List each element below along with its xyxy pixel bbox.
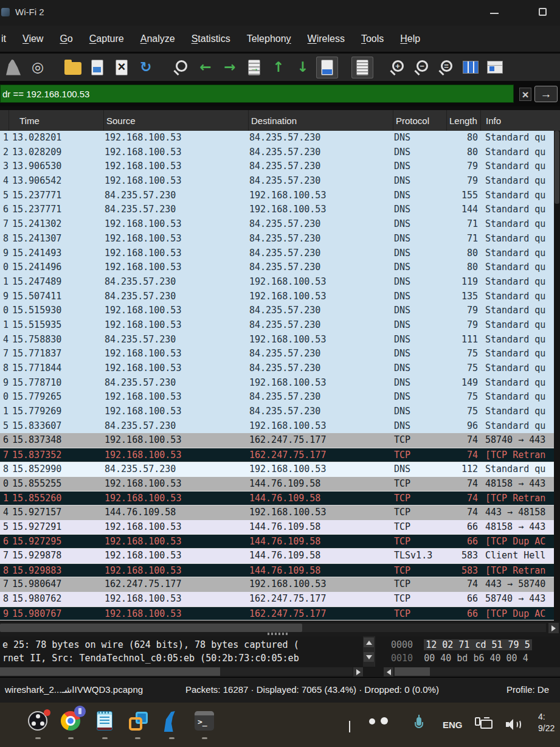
table-row[interactable]: 615.837348192.168.100.53162.247.75.177TC…: [0, 433, 560, 448]
zoom-in-icon[interactable]: +: [387, 57, 409, 78]
orange-app-icon[interactable]: [0, 711, 11, 732]
table-row[interactable]: 015.779265192.168.100.5384.235.57.230DNS…: [0, 390, 560, 405]
table-row[interactable]: 615.927295192.168.100.53144.76.109.58TCP…: [0, 534, 560, 549]
menu-item-wireless[interactable]: Wireless: [308, 33, 345, 44]
save-capture-icon[interactable]: [86, 57, 108, 78]
details-scroll-right-button[interactable]: [353, 667, 363, 676]
menu-item-telephony[interactable]: Telephony: [247, 33, 291, 44]
hex-row[interactable]: 001000 40 bd b6 40 00 4: [375, 651, 560, 665]
hex-row[interactable]: 000012 02 71 cd 51 79 5: [375, 638, 560, 651]
start-capture-icon[interactable]: [2, 57, 24, 78]
profile-label[interactable]: Profile: De: [506, 684, 560, 695]
go-first-packet-icon[interactable]: ↑: [268, 57, 289, 78]
reset-layout-icon[interactable]: [484, 57, 506, 78]
notepad-icon[interactable]: [95, 711, 116, 732]
scroll-right-button[interactable]: [548, 623, 559, 633]
go-last-packet-icon[interactable]: ↓: [292, 57, 314, 78]
go-forward-icon[interactable]: →: [219, 57, 241, 78]
table-row[interactable]: 515.23777184.235.57.230192.168.100.53DNS…: [0, 189, 560, 203]
table-row[interactable]: 413.906542192.168.100.5384.235.57.230DNS…: [0, 174, 560, 189]
column-header-protocol[interactable]: Protocol: [393, 110, 446, 131]
table-row[interactable]: 113.028201192.168.100.5384.235.57.230DNS…: [0, 131, 560, 145]
table-row[interactable]: 115.855260192.168.100.53144.76.109.58TCP…: [0, 491, 560, 506]
menu-item-statistics[interactable]: Statistics: [192, 33, 230, 44]
zoom-out-icon[interactable]: −: [411, 57, 433, 78]
find-packet-icon[interactable]: [170, 57, 192, 78]
reload-capture-icon[interactable]: ↻: [135, 57, 157, 78]
column-header-time[interactable]: Time: [9, 110, 103, 131]
menu-item-view[interactable]: View: [22, 33, 43, 44]
scroll-up-button[interactable]: [364, 638, 374, 647]
minimize-button[interactable]: [490, 13, 499, 14]
table-row[interactable]: 015.515930192.168.100.5384.235.57.230DNS…: [0, 304, 560, 318]
table-row[interactable]: 915.980767192.168.100.53162.247.75.177TC…: [0, 606, 560, 621]
table-row[interactable]: 715.929878192.168.100.53144.76.109.58TLS…: [0, 549, 560, 563]
packet-bytes-pane[interactable]: 000012 02 71 cd 51 79 5001000 40 bd b6 4…: [375, 636, 560, 667]
table-row[interactable]: 915.50741184.235.57.230192.168.100.53DNS…: [0, 290, 560, 304]
language-indicator[interactable]: ENG: [443, 720, 463, 730]
auto-scroll-icon[interactable]: [316, 57, 338, 78]
vmware-icon[interactable]: [128, 711, 148, 732]
table-row[interactable]: 313.906530192.168.100.5384.235.57.230DNS…: [0, 159, 560, 174]
table-row[interactable]: 115.779269192.168.100.5384.235.57.230DNS…: [0, 405, 560, 419]
scrollbar-thumb[interactable]: [555, 131, 559, 204]
scroll-down-button[interactable]: [364, 652, 374, 662]
clock-date[interactable]: 4: 9/22: [538, 711, 560, 734]
table-row[interactable]: 615.23777184.235.57.230192.168.100.53DNS…: [0, 203, 560, 217]
close-capture-icon[interactable]: [111, 57, 133, 78]
wireshark-taskbar-icon[interactable]: [162, 711, 182, 732]
resize-columns-icon[interactable]: [460, 57, 482, 78]
table-row[interactable]: 015.241496192.168.100.5384.235.57.230DNS…: [0, 260, 560, 275]
tray-chevron-up-icon[interactable]: [349, 722, 350, 733]
go-to-packet-icon[interactable]: [243, 57, 265, 78]
bytes-scroll-left-button[interactable]: [384, 667, 393, 676]
table-row[interactable]: 213.028209192.168.100.5384.235.57.230DNS…: [0, 145, 560, 160]
obs-icon[interactable]: [28, 711, 49, 732]
open-capture-icon[interactable]: [62, 57, 84, 78]
filter-clear-icon[interactable]: ×: [519, 88, 531, 101]
menu-item-help[interactable]: Help: [400, 33, 420, 44]
menu-item-capture[interactable]: Capture: [89, 33, 124, 44]
packet-list-horizontal-scrollbar[interactable]: [0, 622, 560, 636]
column-header-source[interactable]: Source: [103, 110, 248, 131]
packet-list-vertical-scrollbar[interactable]: [554, 131, 560, 622]
table-row[interactable]: 115.24748984.235.57.230192.168.100.53DNS…: [0, 275, 560, 290]
table-row[interactable]: 715.241302192.168.100.5384.235.57.230DNS…: [0, 217, 560, 232]
packet-details-pane[interactable]: e 25: 78 bytes on wire (624 bits), 78 by…: [0, 636, 363, 667]
menu-item-tools[interactable]: Tools: [361, 33, 384, 44]
table-row[interactable]: 815.929883192.168.100.53144.76.109.58TCP…: [0, 563, 560, 578]
table-row[interactable]: 415.75883084.235.57.230192.168.100.53DNS…: [0, 333, 560, 347]
menu-item-it[interactable]: it: [1, 33, 6, 44]
menu-item-analyze[interactable]: Analyze: [140, 33, 175, 44]
table-row[interactable]: 715.980647162.247.75.177192.168.100.53TC…: [0, 577, 560, 592]
column-header-destination[interactable]: Destination: [248, 110, 393, 131]
table-row[interactable]: 815.980762192.168.100.53162.247.75.177TC…: [0, 592, 560, 606]
zoom-100-icon[interactable]: =: [435, 57, 457, 78]
details-hscroll-thumb[interactable]: [0, 667, 220, 676]
table-row[interactable]: 815.85299084.235.57.230192.168.100.53DNS…: [0, 462, 560, 477]
table-row[interactable]: 515.927291192.168.100.53144.76.109.58TCP…: [0, 520, 560, 535]
column-header-length[interactable]: Length: [446, 110, 480, 131]
column-header-info[interactable]: Info: [480, 110, 560, 131]
colorize-packets-icon[interactable]: [351, 57, 373, 78]
table-row[interactable]: 915.241493192.168.100.5384.235.57.230DNS…: [0, 246, 560, 261]
pane-splitter-handle[interactable]: [268, 633, 288, 635]
details-vertical-scrollbar[interactable]: [363, 636, 375, 667]
go-back-icon[interactable]: ←: [195, 57, 216, 78]
chrome-icon[interactable]: [61, 711, 81, 732]
table-row[interactable]: 015.855255192.168.100.53144.76.109.58TCP…: [0, 477, 560, 492]
terminal-icon[interactable]: [195, 711, 215, 732]
table-row[interactable]: 815.241307192.168.100.5384.235.57.230DNS…: [0, 232, 560, 246]
table-row[interactable]: 715.771837192.168.100.5384.235.57.230DNS…: [0, 347, 560, 361]
table-row[interactable]: 715.837352192.168.100.53162.247.75.177TC…: [0, 448, 560, 462]
display-filter-input[interactable]: dr == 192.168.100.53: [0, 85, 514, 103]
capture-options-icon[interactable]: ◎: [27, 57, 49, 78]
bytes-hscroll-thumb[interactable]: [395, 667, 430, 676]
maximize-button[interactable]: [539, 8, 547, 16]
table-row[interactable]: 415.927157144.76.109.58192.168.100.53TCP…: [0, 506, 560, 520]
scrollbar-thumb[interactable]: [0, 624, 302, 632]
table-row[interactable]: 115.515935192.168.100.5384.235.57.230DNS…: [0, 318, 560, 333]
table-row[interactable]: 915.77871084.235.57.230192.168.100.53DNS…: [0, 376, 560, 391]
capture-file-name[interactable]: wireshark_2...اشـIVWQD3.pcapng: [5, 684, 143, 695]
detail-line[interactable]: e 25: 78 bytes on wire (624 bits), 78 by…: [2, 638, 363, 651]
